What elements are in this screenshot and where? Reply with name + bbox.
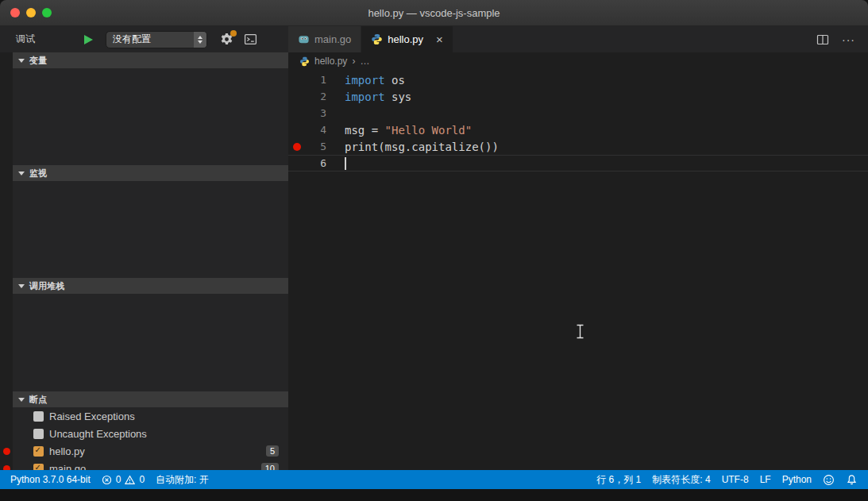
breakpoint-raised-exceptions[interactable]: Raised Exceptions xyxy=(13,407,288,425)
encoding-item[interactable]: UTF-8 xyxy=(716,470,754,489)
line-number: 4 xyxy=(306,124,326,136)
chevron-down-icon xyxy=(18,59,25,63)
breakpoint-gutter[interactable] xyxy=(288,143,306,151)
settings-gear-icon[interactable] xyxy=(220,33,233,46)
breadcrumb-file[interactable]: hello.py xyxy=(314,56,347,67)
line-number: 2 xyxy=(306,91,326,102)
window-shadow-area xyxy=(0,489,868,501)
call-stack-panel xyxy=(13,294,288,391)
notifications-bell-icon[interactable] xyxy=(840,470,863,489)
line-number: 6 xyxy=(306,157,326,169)
line-number: 3 xyxy=(306,107,326,119)
breakpoint-label: hello.py xyxy=(49,445,85,457)
section-label: 调用堆栈 xyxy=(29,280,64,292)
feedback-smiley-icon[interactable] xyxy=(817,470,840,489)
section-call-stack[interactable]: 调用堆栈 xyxy=(13,278,288,294)
warning-count: 0 xyxy=(139,474,145,485)
code-line: 4 msg = "Hello World" xyxy=(288,121,868,138)
tab-size-item[interactable]: 制表符长度: 4 xyxy=(646,470,716,489)
checkbox-unchecked[interactable] xyxy=(33,411,44,422)
eol-item[interactable]: LF xyxy=(754,470,777,489)
chevron-down-icon xyxy=(18,284,25,288)
section-label: 变量 xyxy=(29,55,47,67)
start-debug-icon[interactable] xyxy=(84,35,93,44)
debug-view-label: 调试 xyxy=(16,33,35,46)
window-title: hello.py — vscode-js-sample xyxy=(0,7,868,19)
section-variables[interactable]: 变量 xyxy=(13,52,288,68)
breadcrumb-separator: › xyxy=(352,56,355,67)
checkbox-unchecked[interactable] xyxy=(33,429,44,439)
cursor-position-item[interactable]: 行 6，列 1 xyxy=(591,470,646,489)
debug-console-icon[interactable] xyxy=(244,33,257,46)
toolbar-row: 调试 没有配置 xyxy=(0,26,868,52)
breakpoint-label: main.go xyxy=(49,463,86,471)
warning-icon xyxy=(125,475,135,485)
section-watch[interactable]: 监视 xyxy=(13,165,288,181)
close-window-button[interactable] xyxy=(10,8,20,17)
traffic-lights xyxy=(10,0,52,25)
editor-actions: ··· xyxy=(816,26,868,52)
debug-toolbar: 调试 没有配置 xyxy=(0,26,288,52)
titlebar: hello.py — vscode-js-sample xyxy=(0,0,868,26)
main-area: 变量 监视 调用堆栈 断点 Raised Exceptions xyxy=(0,52,868,470)
tab-hello-py[interactable]: hello.py × xyxy=(361,26,453,52)
debug-config-dropdown[interactable]: 没有配置 xyxy=(106,31,207,48)
error-count: 0 xyxy=(116,474,122,485)
debug-config-value: 没有配置 xyxy=(106,33,194,46)
language-mode-item[interactable]: Python xyxy=(777,470,817,489)
line-number: 5 xyxy=(306,141,326,152)
code-line: 2 import sys xyxy=(288,88,868,105)
problems-item[interactable]: 0 0 xyxy=(96,470,150,489)
chevron-down-icon xyxy=(18,171,25,175)
watch-panel xyxy=(13,181,288,278)
editor-pane: hello.py › … 1 import os 2 import sys 3 xyxy=(288,52,868,470)
section-label: 断点 xyxy=(29,394,47,406)
chevron-down-icon xyxy=(18,398,25,402)
minimize-window-button[interactable] xyxy=(26,8,36,17)
checkbox-checked[interactable] xyxy=(33,464,44,471)
status-bar: Python 3.7.0 64-bit 0 0 自动附加: 开 行 6，列 1 xyxy=(0,470,868,489)
zoom-window-button[interactable] xyxy=(42,8,52,17)
code-line: 3 xyxy=(288,105,868,121)
breakpoint-label: Uncaught Exceptions xyxy=(49,428,147,440)
error-icon xyxy=(102,475,112,485)
breakpoint-uncaught-exceptions[interactable]: Uncaught Exceptions xyxy=(13,425,288,442)
python-interpreter-item[interactable]: Python 3.7.0 64-bit xyxy=(5,470,96,489)
go-file-icon xyxy=(298,33,310,45)
breakpoint-dot-icon[interactable] xyxy=(293,143,301,151)
variables-panel xyxy=(13,68,288,165)
more-actions-icon[interactable]: ··· xyxy=(842,33,855,46)
breakpoint-hello-py[interactable]: hello.py 5 xyxy=(13,442,288,460)
auto-attach-item[interactable]: 自动附加: 开 xyxy=(150,470,214,489)
breadcrumb[interactable]: hello.py › … xyxy=(288,52,868,70)
breakpoints-panel: Raised Exceptions Uncaught Exceptions he… xyxy=(13,407,288,470)
breakpoint-dot-icon xyxy=(3,465,10,471)
breakpoint-count-badge: 5 xyxy=(266,445,279,457)
python-file-icon xyxy=(371,33,383,45)
code-line-current: 6 xyxy=(288,155,868,171)
breakpoint-dot-icon xyxy=(3,448,10,455)
tab-label: hello.py xyxy=(388,33,423,45)
breakpoint-count-badge: 10 xyxy=(261,463,279,470)
section-breakpoints[interactable]: 断点 xyxy=(13,391,288,407)
breadcrumb-more[interactable]: … xyxy=(360,56,369,67)
code-editor[interactable]: 1 import os 2 import sys 3 4 msg = "Hell… xyxy=(288,70,868,171)
section-label: 监视 xyxy=(29,168,47,179)
tab-bar: main.go hello.py × ··· xyxy=(288,26,868,52)
sidebar-gutter xyxy=(0,52,13,470)
code-line: 1 import os xyxy=(288,71,868,88)
line-number: 1 xyxy=(306,74,326,86)
python-file-icon xyxy=(299,56,310,67)
debug-sidebar: 变量 监视 调用堆栈 断点 Raised Exceptions xyxy=(0,52,288,470)
split-editor-icon[interactable] xyxy=(816,33,829,46)
vscode-window: hello.py — vscode-js-sample 调试 没有配置 xyxy=(0,0,868,501)
code-line: 5 print(msg.capitalize()) xyxy=(288,138,868,155)
checkbox-checked[interactable] xyxy=(33,446,44,457)
tab-main-go[interactable]: main.go xyxy=(288,26,361,52)
close-tab-icon[interactable]: × xyxy=(436,33,443,45)
breakpoint-label: Raised Exceptions xyxy=(49,410,135,422)
text-caret xyxy=(345,157,346,170)
tab-label: main.go xyxy=(314,33,351,45)
gear-notification-badge xyxy=(230,30,237,37)
breakpoint-main-go[interactable]: main.go 10 xyxy=(13,460,288,470)
